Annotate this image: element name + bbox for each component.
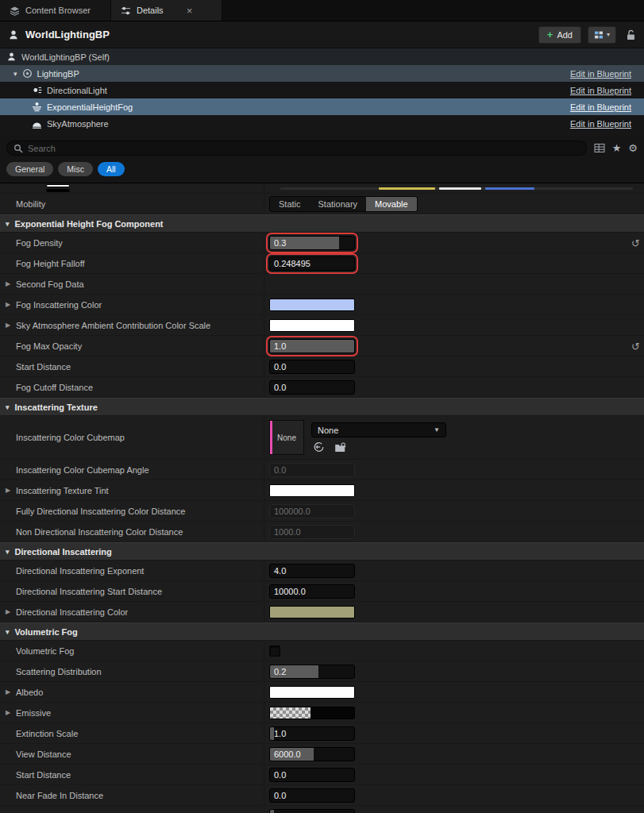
reset-to-default-icon[interactable]: ↺ [631,340,640,352]
property-list: MobilityStaticStationaryMovable▾Exponent… [0,183,644,813]
edit-in-blueprint-link[interactable]: Edit in Blueprint [570,86,638,95]
number-input[interactable]: 6000.0 [269,747,355,761]
number-input[interactable]: 0.0 [269,788,355,803]
tree-expand-arrow-icon[interactable]: ▾ [13,70,17,78]
number-value: 0.0 [274,383,286,392]
number-input: 1000.0 [269,525,355,539]
search-input[interactable] [28,144,580,153]
filter-misc[interactable]: Misc [58,162,93,176]
color-swatch[interactable] [269,606,355,618]
tab-details[interactable]: Details × [111,0,222,21]
checkbox[interactable] [269,645,280,657]
property-label: Extinction Scale [0,723,264,743]
tree-row-exponentialheightfog[interactable]: ExponentialHeightFog Edit in Blueprint [0,98,644,115]
details-icon [121,6,131,16]
filter-general[interactable]: General [6,162,53,176]
property-label: Fog Density [0,233,264,252]
add-button-label: Add [557,30,573,40]
chevron-right-icon[interactable]: ▶ [6,280,10,287]
edit-in-blueprint-link[interactable]: Edit in Blueprint [570,69,638,79]
tree-row-skyatmosphere[interactable]: SkyAtmosphere Edit in Blueprint [0,115,644,132]
view-options-button[interactable]: ▾ [588,26,616,44]
column-view-icon[interactable] [594,143,605,153]
chevron-right-icon[interactable]: ▶ [6,709,10,716]
property-label: ▶Directional Inscattering Color [0,602,264,622]
property-name: Volumetric Fog [16,646,74,656]
number-input[interactable]: 0.3 [269,236,355,250]
color-swatch[interactable] [269,299,355,311]
number-input[interactable]: 1.0 [269,339,355,353]
color-swatch[interactable] [269,484,355,497]
number-input[interactable]: 10000.0 [269,584,355,599]
property-label: Scattering Distribution [0,661,264,681]
tree-row-directionallight[interactable]: DirectionalLight Edit in Blueprint [0,82,644,98]
row-extinction-scale: Extinction Scale1.0 [0,723,644,744]
number-input[interactable]: 0.0 [269,360,355,374]
number-value: 0.0 [274,770,286,780]
property-label: Inscattering Color Cubemap Angle [0,460,264,480]
chevron-down-icon: ▾ [6,220,10,228]
chevron-right-icon[interactable]: ▶ [6,688,10,695]
favorites-star-icon[interactable]: ★ [612,143,622,153]
property-name: Second Fog Data [16,279,84,289]
category-volumetric-fog[interactable]: ▾Volumetric Fog [0,622,644,641]
row-directional-inscattering-start-distance: Directional Inscattering Start Distance1… [0,581,644,602]
asset-icon-row [311,441,446,453]
number-input[interactable]: 4.0 [269,564,355,578]
number-input[interactable]: 0.0 [269,768,355,782]
row-emissive: ▶Emissive [0,703,644,723]
chevron-right-icon[interactable]: ▶ [6,487,10,494]
property-value: 1000.0 [264,522,644,541]
settings-gear-icon[interactable]: ⚙ [628,143,638,153]
filter-bar: General Misc All [0,160,644,183]
number-input[interactable]: 1.0 [269,726,355,741]
property-name: Emissive [16,708,51,718]
color-swatch[interactable] [269,319,355,332]
category-inscattering-texture[interactable]: ▾Inscattering Texture [0,398,644,416]
edit-in-blueprint-link[interactable]: Edit in Blueprint [570,102,638,112]
chevron-right-icon[interactable]: ▶ [6,301,10,308]
tab-bar: Content Browser Details × [0,0,644,21]
tab-content-browser[interactable]: Content Browser [0,0,111,21]
color-swatch[interactable] [269,707,355,719]
reset-to-default-icon[interactable]: ↺ [631,237,640,249]
property-label: ▶Albedo [0,682,264,702]
chevron-right-icon[interactable]: ▶ [6,608,10,615]
add-button[interactable]: + Add [538,26,581,44]
filter-all[interactable]: All [98,162,125,176]
category-directional-inscattering[interactable]: ▾Directional Inscattering [0,542,644,561]
property-value [264,641,644,661]
close-icon[interactable]: × [187,6,193,16]
property-name: Fog Cutoff Distance [16,383,93,392]
mobility-static[interactable]: Static [270,197,310,211]
property-value: 6000.0 [264,744,644,764]
directional-light-icon [32,85,42,95]
row-fog-max-opacity: Fog Max Opacity1.0↺ [0,336,644,356]
chevron-right-icon[interactable]: ▶ [6,322,10,329]
edit-in-blueprint-link[interactable]: Edit in Blueprint [570,119,638,129]
tree-row-lightingbp[interactable]: ▾ LightingBP Edit in Blueprint [0,65,644,82]
number-input[interactable]: 0.2 [269,665,355,679]
mobility-movable[interactable]: Movable [366,197,417,211]
category-exponential-height-fog-component[interactable]: ▾Exponential Height Fog Component [0,214,644,233]
color-swatch[interactable] [269,686,355,699]
asset-dropdown[interactable]: None▼ [311,422,446,437]
property-value: 0.248495 [264,253,644,273]
property-label: Fully Directional Inscattering Color Dis… [0,501,264,521]
use-selected-asset-icon[interactable] [313,441,325,453]
tab-label: Content Browser [25,6,91,15]
mobility-stationary[interactable]: Stationary [310,197,367,211]
tree-item-label: SkyAtmosphere [47,119,109,129]
number-input[interactable]: 0.0 [269,380,355,395]
property-name: Inscattering Texture Tint [16,486,109,495]
property-name: Fully Directional Inscattering Color Dis… [16,507,185,516]
asset-thumbnail[interactable]: None [269,420,304,455]
tree-row-worldlightingbp-self[interactable]: WorldLightingBP (Self) [0,48,644,65]
browse-to-asset-icon[interactable] [334,442,346,453]
lock-icon[interactable] [626,29,636,40]
number-input[interactable]: 0.248495 [269,256,355,271]
component-tree: WorldLightingBP (Self) ▾ LightingBP Edit… [0,48,644,136]
chevron-down-icon: ▾ [607,31,610,38]
property-value [264,295,644,314]
number-input[interactable]: 1.0 [269,809,355,813]
